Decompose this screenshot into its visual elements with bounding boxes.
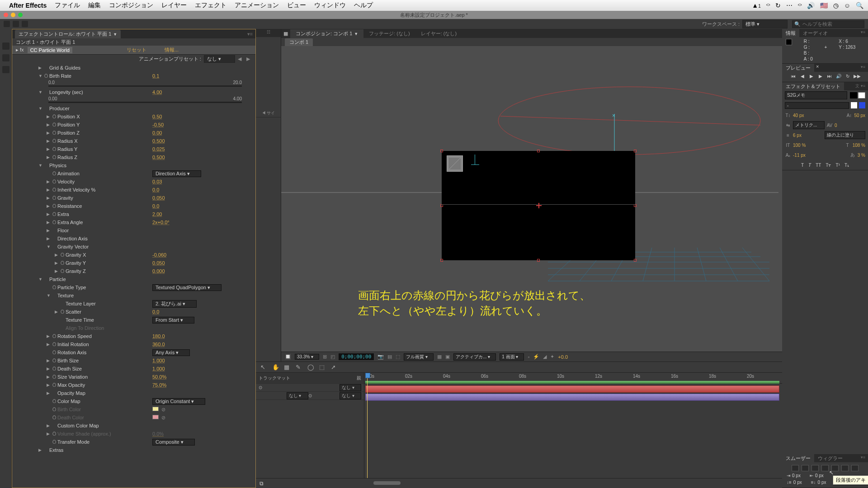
menu-layer[interactable]: レイヤー bbox=[161, 1, 187, 9]
property-value[interactable]: 180.0 bbox=[152, 333, 165, 339]
3d-icon[interactable]: ◢ bbox=[543, 354, 547, 360]
property-row[interactable]: ▼Gravity Vector bbox=[12, 243, 255, 251]
property-row[interactable]: ▶ÖExtra Angle2x+0.0° bbox=[12, 218, 255, 226]
viewer-subtab[interactable]: コンポ 1 bbox=[285, 38, 313, 46]
property-row[interactable]: ▼ÖBirth Rate0.1 bbox=[12, 72, 255, 80]
property-dropdown[interactable]: 2. 花びら.ai ▾ bbox=[152, 300, 197, 308]
effect-reset-link[interactable]: リセット bbox=[127, 47, 146, 53]
property-value[interactable]: 0.025 bbox=[152, 146, 165, 152]
sync-icon[interactable]: ↻ bbox=[775, 2, 781, 9]
parent-dropdown[interactable]: なし ▾ bbox=[340, 392, 361, 399]
property-value[interactable]: 4.00 bbox=[152, 89, 162, 95]
spotlight-icon[interactable]: 🔍 bbox=[856, 2, 863, 9]
property-value[interactable]: 360.0 bbox=[152, 342, 165, 347]
font-size-value[interactable]: 40 px bbox=[793, 113, 804, 118]
property-row[interactable]: ▶Opacity Map bbox=[12, 389, 255, 397]
property-row[interactable]: ▶Extras bbox=[12, 446, 255, 454]
tool-icon[interactable] bbox=[22, 21, 28, 27]
property-dropdown[interactable]: From Start ▾ bbox=[152, 317, 194, 324]
tsume-value[interactable]: 3 % bbox=[858, 153, 865, 158]
play-icon[interactable]: ▶ bbox=[808, 74, 815, 80]
tab-smoother[interactable]: スムーザー bbox=[782, 454, 814, 462]
flag-icon[interactable]: 🇺🇸 bbox=[820, 2, 828, 9]
tl-tool-icon[interactable]: ◯ bbox=[307, 364, 315, 371]
next-frame-icon[interactable]: ▶ bbox=[817, 74, 824, 80]
tl-tool-icon[interactable]: ➚ bbox=[331, 364, 338, 371]
align-justify-icon[interactable] bbox=[841, 465, 849, 471]
tab-preview[interactable]: プレビュー bbox=[782, 64, 814, 72]
smallcaps-icon[interactable]: Tᴛ bbox=[826, 163, 831, 168]
property-row[interactable]: ▶ÖBirth Size1.000 bbox=[12, 357, 255, 365]
property-row[interactable]: ▶ÖExtra2.00 bbox=[12, 210, 255, 218]
panel-menu-icon[interactable]: ▾≡ bbox=[247, 31, 253, 37]
prev-frame-icon[interactable]: ◀ bbox=[799, 74, 806, 80]
workspace-dropdown[interactable]: 標準 ▾ bbox=[742, 20, 788, 28]
window-maximize-button[interactable] bbox=[18, 13, 23, 17]
loop-icon[interactable]: ↻ bbox=[844, 74, 851, 80]
property-row[interactable]: ▶Custom Color Map bbox=[12, 422, 255, 430]
panel-menu-icon[interactable]: ▾≡ bbox=[858, 64, 868, 72]
effect-controls-tab[interactable]: エフェクトコントロール: ホワイト 平面 1▼ ▾≡ bbox=[12, 29, 255, 38]
property-value[interactable]: 0.0% bbox=[152, 431, 164, 436]
wifi-icon[interactable]: ⌔ bbox=[766, 2, 770, 9]
property-row[interactable]: ▶ÖRadius X0.500 bbox=[12, 137, 255, 145]
property-value[interactable]: 0.03 bbox=[152, 179, 162, 184]
property-value[interactable]: -0.50 bbox=[152, 122, 164, 127]
property-dropdown[interactable]: Direction Axis ▾ bbox=[152, 170, 201, 177]
property-row[interactable]: ▶ÖPosition X0.50 bbox=[12, 113, 255, 121]
tool-icon[interactable] bbox=[13, 21, 19, 27]
hscale-value[interactable]: 100 % bbox=[793, 143, 806, 148]
layer-bar[interactable] bbox=[365, 394, 779, 401]
property-value[interactable]: 0.500 bbox=[152, 155, 165, 160]
property-value[interactable]: 0.0 bbox=[152, 187, 159, 192]
property-row[interactable]: ▶Direction Axis bbox=[12, 235, 255, 243]
property-value[interactable]: 75.0% bbox=[152, 382, 166, 388]
dock-icon[interactable] bbox=[2, 66, 9, 73]
tracking-value[interactable]: 0 bbox=[835, 123, 837, 128]
property-value[interactable]: 50.0% bbox=[152, 374, 166, 380]
tab-effects-presets[interactable]: エフェクト＆プリセット bbox=[782, 82, 844, 90]
composition-canvas[interactable]: × 画面右上の赤線の円から花びらが放出されて、 左下へと（やや左より）流れていく… bbox=[281, 46, 782, 352]
menu-animation[interactable]: アニメーション bbox=[235, 1, 279, 9]
property-row[interactable]: ▶ÖInherit Velocity %0.0 bbox=[12, 186, 255, 194]
property-row[interactable]: ▶ÖRotation Speed180.0 bbox=[12, 332, 255, 340]
quality-dropdown[interactable]: フル画質 ▾ bbox=[404, 353, 434, 361]
property-row[interactable]: ÖParticle TypeTextured QuadPolygon ▾ bbox=[12, 283, 255, 291]
current-time-indicator[interactable] bbox=[367, 373, 368, 478]
tl-tool-icon[interactable]: ✋ bbox=[272, 364, 279, 371]
effect-header[interactable]: ▸ fx CC Particle World リセット 情報... bbox=[12, 46, 255, 55]
property-value[interactable]: 2x+0.0° bbox=[152, 220, 170, 225]
menu-composition[interactable]: コンポジション bbox=[109, 1, 153, 9]
menu-effect[interactable]: エフェクト bbox=[195, 1, 226, 9]
property-row[interactable]: ▶ÖPosition Y-0.50 bbox=[12, 121, 255, 129]
volume-icon[interactable]: 🔊 bbox=[807, 2, 815, 9]
superscript-icon[interactable]: T¹ bbox=[835, 163, 840, 168]
viewer-tab-footage[interactable]: フッテージ: (なし) bbox=[363, 29, 415, 38]
help-search[interactable]: 🔍 bbox=[792, 20, 864, 28]
property-dropdown[interactable]: Composite ▾ bbox=[152, 439, 195, 446]
tl-tool-icon[interactable]: ▦ bbox=[284, 364, 291, 371]
safe-icon[interactable]: ▣ bbox=[445, 354, 450, 360]
menu-help[interactable]: ヘルプ bbox=[354, 1, 373, 9]
property-value[interactable]: 1.000 bbox=[152, 366, 165, 371]
property-dropdown[interactable]: Origin Constant ▾ bbox=[152, 398, 205, 405]
property-row[interactable]: ▶ÖVolume Shade (approx.)0.0% bbox=[12, 430, 255, 438]
tl-tool-icon[interactable]: ↖ bbox=[260, 364, 268, 371]
tab-wiggler[interactable]: ウィグラー bbox=[814, 454, 846, 462]
property-value[interactable]: 0.50 bbox=[152, 114, 162, 119]
property-row[interactable]: ▼Longevity (sec)4.00 bbox=[12, 88, 255, 96]
anchor-point-icon[interactable] bbox=[537, 204, 541, 207]
tl-tool-icon[interactable]: ✎ bbox=[296, 364, 303, 371]
align-left-icon[interactable] bbox=[792, 465, 799, 471]
property-slider[interactable]: 0.020.0 bbox=[12, 80, 255, 88]
property-row[interactable]: ▶ÖGravity0.050 bbox=[12, 194, 255, 202]
window-minimize-button[interactable] bbox=[11, 13, 15, 17]
property-row[interactable]: ▶ÖRadius Y0.025 bbox=[12, 145, 255, 153]
panel-menu-icon[interactable]: 文 ▾≡ bbox=[853, 82, 868, 90]
toggle-switches-icon[interactable]: ⧉ bbox=[259, 480, 264, 487]
menu-file[interactable]: ファイル bbox=[55, 1, 80, 9]
panel-menu-icon[interactable]: ▾≡ bbox=[858, 454, 868, 462]
property-row[interactable]: ÖDeath Color⊘ bbox=[12, 413, 255, 422]
region-icon[interactable]: ⬚ bbox=[396, 354, 400, 360]
leading-value[interactable]: 50 px bbox=[854, 113, 865, 118]
